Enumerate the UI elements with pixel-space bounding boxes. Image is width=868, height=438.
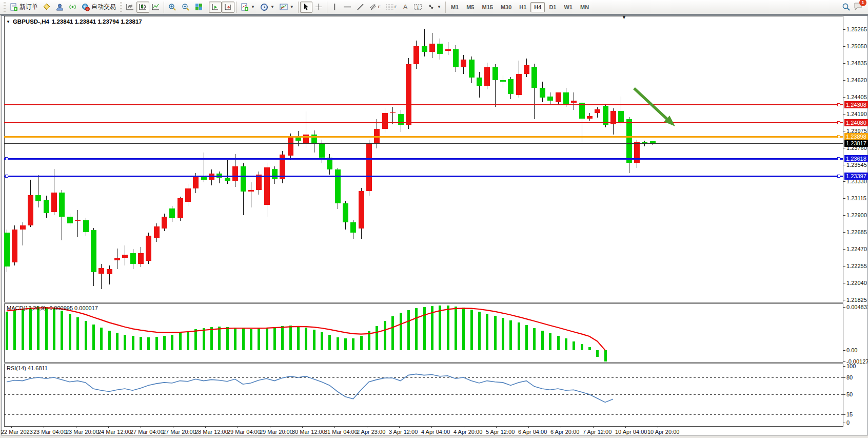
tab-timeframe-h4[interactable]: H4 bbox=[530, 2, 545, 12]
text-label-tool-button[interactable]: T bbox=[411, 2, 425, 13]
toolbar-separator bbox=[236, 2, 236, 13]
line-handle bbox=[5, 175, 8, 178]
templates-button[interactable]: ▼ bbox=[277, 2, 297, 13]
candle bbox=[83, 220, 89, 232]
tab-timeframe-m1[interactable]: M1 bbox=[447, 2, 462, 12]
price-level-badge: 1.23618 bbox=[844, 155, 868, 162]
candle bbox=[75, 220, 81, 221]
fibonacci-tool-button[interactable]: F bbox=[383, 2, 400, 13]
search-icon[interactable] bbox=[842, 3, 851, 11]
chart-shift-button[interactable] bbox=[222, 2, 234, 13]
chart-stage: ▼ GBPUSD-,H4 1.23841 1.23841 1.23794 1.2… bbox=[0, 0, 868, 438]
tab-timeframe-mn[interactable]: MN bbox=[577, 2, 593, 12]
candle bbox=[508, 79, 514, 94]
price-tick-label: 1.22900 bbox=[846, 212, 867, 218]
tab-timeframe-h1[interactable]: H1 bbox=[516, 2, 530, 12]
price-tick-label: 1.24835 bbox=[846, 60, 867, 66]
line-handle bbox=[837, 175, 840, 178]
time-axis-label: 6 Apr 04:00 bbox=[518, 429, 547, 435]
indicators-button[interactable]: ▼ bbox=[238, 2, 258, 13]
history-center-button[interactable] bbox=[41, 2, 53, 13]
tile-windows-icon bbox=[195, 3, 203, 11]
channel-tool-button[interactable]: E bbox=[367, 2, 383, 13]
zoom-in-button[interactable] bbox=[166, 2, 179, 13]
arrows-tool-button[interactable]: ▼ bbox=[425, 2, 444, 13]
fibonacci-icon bbox=[386, 3, 394, 11]
macd-histogram-bar bbox=[486, 314, 488, 350]
macd-histogram-bar bbox=[313, 330, 315, 350]
time-axis-label: 31 Mar 04:00 bbox=[324, 429, 358, 435]
trendline-tool-button[interactable] bbox=[354, 2, 367, 13]
arrows-icon bbox=[427, 3, 435, 11]
bar-chart-button[interactable] bbox=[124, 2, 136, 13]
macd-histogram-bar bbox=[69, 314, 71, 350]
candle bbox=[232, 166, 238, 181]
zoom-out-button[interactable] bbox=[179, 2, 192, 13]
tab-timeframe-m30[interactable]: M30 bbox=[497, 2, 515, 12]
candle-wick bbox=[38, 175, 38, 207]
price-level-badge: 1.23397 bbox=[844, 173, 868, 180]
notifications-button[interactable]: 1 bbox=[854, 2, 863, 12]
macd-histogram-bar bbox=[85, 321, 87, 350]
rsi-tick-label: 15 bbox=[846, 411, 853, 417]
price-tick-label: 1.22040 bbox=[846, 280, 867, 286]
current-price-badge: 1.23817 bbox=[844, 140, 868, 147]
tab-timeframe-w1[interactable]: W1 bbox=[560, 2, 576, 12]
new-order-button[interactable]: 新订单 bbox=[7, 2, 41, 13]
price-tick-label: 1.22470 bbox=[846, 246, 867, 252]
signals-button[interactable] bbox=[66, 2, 79, 13]
auto-trading-label: 自动交易 bbox=[91, 3, 116, 11]
horizontal-line-tool-button[interactable] bbox=[341, 2, 354, 13]
candle bbox=[20, 225, 26, 230]
candle bbox=[288, 138, 293, 156]
macd-histogram-bar bbox=[171, 335, 173, 350]
macd-histogram-bar bbox=[37, 307, 40, 350]
macd-histogram-bar bbox=[92, 325, 95, 350]
time-axis-label: 29 Mar 20:00 bbox=[260, 429, 293, 435]
price-tick-label: 1.21825 bbox=[846, 297, 867, 303]
macd-histogram-bar bbox=[273, 327, 276, 350]
tile-windows-button[interactable] bbox=[192, 2, 205, 13]
rsi-tick-label: 0 bbox=[846, 420, 850, 426]
toolbar-grip[interactable] bbox=[4, 2, 6, 12]
macd-histogram-bar bbox=[400, 313, 402, 350]
candlestick-chart-button[interactable] bbox=[136, 2, 149, 13]
line-chart-button[interactable] bbox=[149, 2, 162, 13]
toolbar-grip[interactable] bbox=[120, 2, 122, 12]
time-axis-tick bbox=[625, 427, 626, 428]
cursor-button[interactable] bbox=[300, 2, 312, 13]
candle-wick bbox=[77, 210, 78, 238]
toolbar-separator bbox=[207, 2, 207, 13]
axis-tickmark bbox=[843, 377, 845, 378]
macd-histogram-bar bbox=[234, 328, 236, 350]
candle-wick bbox=[251, 182, 251, 207]
macd-histogram-bar bbox=[384, 321, 386, 350]
candle bbox=[595, 109, 600, 113]
collapse-triangle-icon[interactable]: ▼ bbox=[6, 20, 10, 24]
horizontal-level-line bbox=[4, 136, 843, 138]
text-tool-button[interactable]: A bbox=[400, 2, 411, 13]
rsi-pane[interactable] bbox=[4, 364, 843, 427]
toolbar-separator bbox=[164, 2, 164, 13]
macd-histogram-bar bbox=[588, 347, 591, 350]
chart-shift-marker-icon[interactable]: ▼ bbox=[622, 15, 626, 20]
axis-tickmark bbox=[843, 283, 845, 283]
macd-histogram-bar bbox=[423, 307, 426, 350]
tab-timeframe-d1[interactable]: D1 bbox=[545, 2, 560, 12]
candle bbox=[571, 101, 577, 103]
auto-trading-button[interactable]: 自动交易 bbox=[79, 2, 119, 13]
macd-histogram-bar bbox=[470, 310, 473, 350]
auto-scroll-button[interactable] bbox=[209, 2, 222, 13]
axis-tickmark bbox=[843, 215, 845, 216]
periods-button[interactable]: ▼ bbox=[258, 2, 277, 13]
time-axis-label: 10 Apr 20:00 bbox=[647, 429, 679, 435]
time-axis-tick bbox=[302, 427, 303, 428]
tab-timeframe-m15[interactable]: M15 bbox=[478, 2, 496, 12]
crosshair-button[interactable] bbox=[312, 2, 325, 13]
periods-clock-icon bbox=[260, 3, 268, 11]
vertical-line-tool-button[interactable] bbox=[329, 2, 341, 13]
candle bbox=[492, 67, 498, 80]
accounts-button[interactable] bbox=[53, 2, 66, 13]
tab-timeframe-m5[interactable]: M5 bbox=[463, 2, 478, 12]
candle bbox=[500, 80, 506, 82]
